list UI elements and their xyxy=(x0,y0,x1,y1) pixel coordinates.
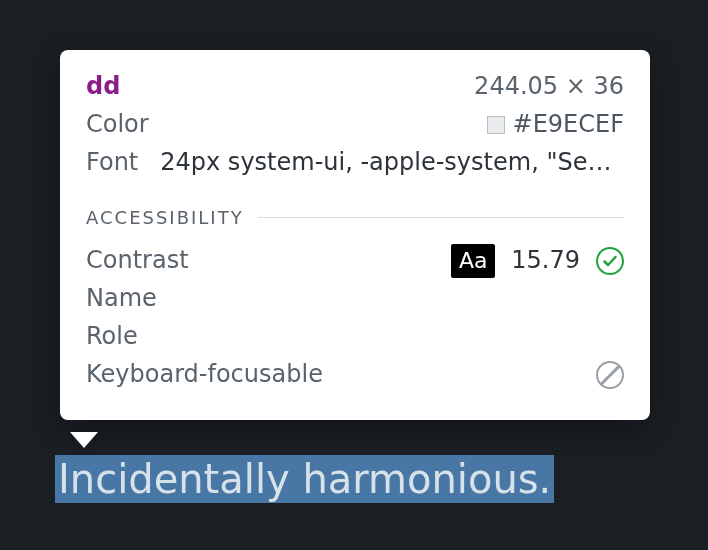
element-tag-name: dd xyxy=(86,68,120,105)
tooltip-arrow-icon xyxy=(70,432,98,448)
section-title: ACCESSIBILITY xyxy=(86,204,244,232)
section-rule xyxy=(258,217,624,218)
contrast-label: Contrast xyxy=(86,242,189,279)
contrast-sample-chip: Aa xyxy=(451,244,495,278)
color-label: Color xyxy=(86,106,149,143)
color-row: Color #E9ECEF xyxy=(86,106,624,144)
keyboard-focusable-row: Keyboard-focusable xyxy=(86,356,624,394)
color-swatch-icon xyxy=(487,116,505,134)
font-row: Font 24px system-ui, -apple-system, "Seg… xyxy=(86,144,624,182)
acc-role-label: Role xyxy=(86,318,138,355)
inspected-element-text[interactable]: Incidentally harmonious. xyxy=(55,455,554,503)
contrast-ratio: 15.79 xyxy=(511,242,580,279)
contrast-row: Contrast Aa 15.79 xyxy=(86,242,624,280)
tag-dimensions-row: dd 244.05 × 36 xyxy=(86,68,624,106)
color-hex: #E9ECEF xyxy=(513,106,624,143)
check-circle-icon xyxy=(596,247,624,275)
font-value: 24px system-ui, -apple-system, "Segoe… xyxy=(160,144,624,181)
ban-icon xyxy=(596,361,624,389)
role-row: Role xyxy=(86,318,624,356)
element-dimensions: 244.05 × 36 xyxy=(474,68,624,105)
name-row: Name xyxy=(86,280,624,318)
keyboard-focusable-label: Keyboard-focusable xyxy=(86,356,323,393)
font-label: Font xyxy=(86,144,138,181)
element-inspector-tooltip: dd 244.05 × 36 Color #E9ECEF Font 24px s… xyxy=(60,50,650,420)
color-value-wrap: #E9ECEF xyxy=(487,106,624,143)
acc-name-label: Name xyxy=(86,280,157,317)
accessibility-section-header: ACCESSIBILITY xyxy=(86,204,624,232)
